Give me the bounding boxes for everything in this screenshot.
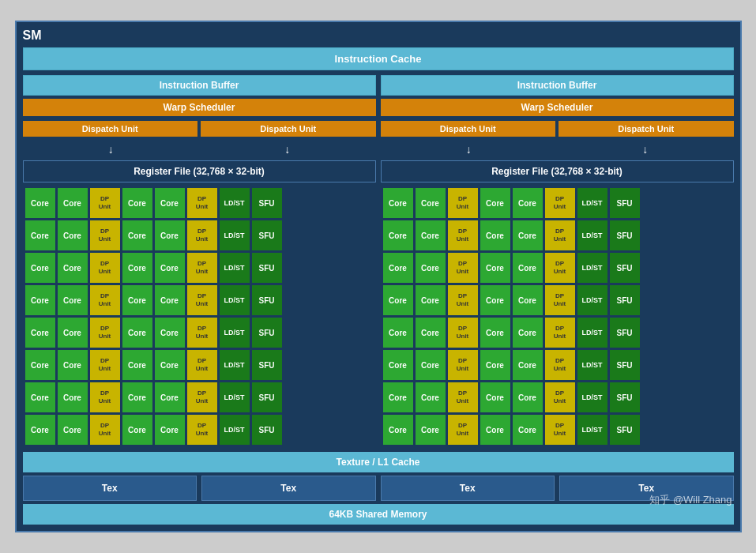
cell-ldst: LD/ST [577, 188, 607, 218]
cell-sfu: SFU [610, 318, 640, 348]
left-instruction-buffer: Instruction Buffer [23, 75, 376, 96]
cell-core: Core [58, 350, 88, 380]
cell-core: Core [383, 253, 413, 283]
texture-cache: Texture / L1 Cache [23, 452, 734, 472]
cell-core: Core [383, 382, 413, 412]
cell-dp-unit: DPUnit [90, 318, 120, 348]
cell-dp-unit: DPUnit [448, 188, 478, 218]
cell-dp-unit: DPUnit [448, 318, 478, 348]
cell-dp-unit: DPUnit [187, 220, 217, 250]
cell-core: Core [122, 318, 152, 348]
cell-dp-unit: DPUnit [90, 382, 120, 412]
right-core-row-3: Core Core DPUnit Core Core DPUnit LD/ST … [383, 253, 732, 283]
left-register-file: Register File (32,768 × 32-bit) [23, 160, 376, 182]
cell-dp-unit: DPUnit [448, 382, 478, 412]
cell-core: Core [155, 188, 185, 218]
cell-ldst: LD/ST [220, 285, 250, 315]
right-core-row-1: Core Core DPUnit Core Core DPUnit LD/ST … [383, 188, 732, 218]
right-core-row-4: Core Core DPUnit Core Core DPUnit LD/ST … [383, 285, 732, 315]
cell-ldst: LD/ST [220, 350, 250, 380]
left-arrow-2: ↓ [284, 143, 290, 156]
shared-memory: 64KB Shared Memory [23, 504, 734, 525]
cell-core: Core [513, 318, 543, 348]
left-core-row-1: Core Core DPUnit Core Core DPUnit LD/ST … [25, 188, 374, 218]
cell-core: Core [480, 415, 510, 445]
cell-core: Core [513, 253, 543, 283]
cell-ldst: LD/ST [577, 318, 607, 348]
right-core-row-2: Core Core DPUnit Core Core DPUnit LD/ST … [383, 220, 732, 250]
cell-core: Core [416, 318, 446, 348]
right-core-row-7: Core Core DPUnit Core Core DPUnit LD/ST … [383, 382, 732, 412]
cell-core: Core [513, 220, 543, 250]
cell-dp-unit: DPUnit [545, 415, 575, 445]
cell-dp-unit: DPUnit [187, 253, 217, 283]
cell-core: Core [416, 350, 446, 380]
cell-ldst: LD/ST [577, 415, 607, 445]
cell-core: Core [480, 382, 510, 412]
tex-unit-3: Tex [381, 476, 555, 501]
cell-sfu: SFU [252, 253, 282, 283]
cell-core: Core [513, 350, 543, 380]
cell-core: Core [383, 220, 413, 250]
cell-core: Core [25, 318, 55, 348]
cell-dp-unit: DPUnit [545, 382, 575, 412]
cell-ldst: LD/ST [220, 188, 250, 218]
cell-core: Core [480, 253, 510, 283]
cell-sfu: SFU [252, 188, 282, 218]
watermark: 知乎 @Will Zhang [649, 493, 732, 507]
cell-core: Core [480, 188, 510, 218]
cell-sfu: SFU [252, 350, 282, 380]
sm-container: SM Instruction Cache Instruction Buffer … [15, 21, 742, 532]
cell-dp-unit: DPUnit [90, 415, 120, 445]
cell-ldst: LD/ST [577, 220, 607, 250]
cell-core: Core [383, 188, 413, 218]
cell-dp-unit: DPUnit [545, 285, 575, 315]
right-arrow-2: ↓ [642, 143, 648, 156]
cell-core: Core [122, 253, 152, 283]
cell-dp-unit: DPUnit [545, 350, 575, 380]
cell-dp-unit: DPUnit [90, 350, 120, 380]
cell-core: Core [58, 382, 88, 412]
right-cores-grid: Core Core DPUnit Core Core DPUnit LD/ST … [381, 186, 734, 447]
right-core-row-6: Core Core DPUnit Core Core DPUnit LD/ST … [383, 350, 732, 380]
tex-unit-1: Tex [23, 476, 197, 501]
cell-sfu: SFU [610, 253, 640, 283]
right-dispatch-unit-1: Dispatch Unit [381, 121, 556, 137]
cell-core: Core [416, 415, 446, 445]
cell-core: Core [25, 382, 55, 412]
cell-core: Core [122, 415, 152, 445]
cell-core: Core [25, 188, 55, 218]
cell-core: Core [416, 220, 446, 250]
cell-dp-unit: DPUnit [90, 220, 120, 250]
cell-sfu: SFU [610, 220, 640, 250]
cell-core: Core [155, 220, 185, 250]
cell-core: Core [480, 318, 510, 348]
cell-sfu: SFU [610, 285, 640, 315]
cell-core: Core [155, 253, 185, 283]
tex-row: Tex Tex Tex Tex [23, 476, 734, 501]
right-arrows: ↓ ↓ [381, 141, 734, 157]
cell-dp-unit: DPUnit [448, 415, 478, 445]
cell-core: Core [25, 253, 55, 283]
cell-ldst: LD/ST [577, 253, 607, 283]
cell-core: Core [58, 220, 88, 250]
cell-core: Core [155, 318, 185, 348]
cell-sfu: SFU [610, 382, 640, 412]
cell-core: Core [416, 285, 446, 315]
cell-sfu: SFU [252, 318, 282, 348]
cell-core: Core [25, 285, 55, 315]
cell-core: Core [25, 415, 55, 445]
cell-dp-unit: DPUnit [90, 188, 120, 218]
left-core-row-6: Core Core DPUnit Core Core DPUnit LD/ST … [25, 350, 374, 380]
right-dispatch-row: Dispatch Unit Dispatch Unit [381, 119, 734, 138]
cell-dp-unit: DPUnit [545, 318, 575, 348]
cell-core: Core [480, 285, 510, 315]
cell-dp-unit: DPUnit [545, 253, 575, 283]
cell-core: Core [513, 188, 543, 218]
cell-dp-unit: DPUnit [448, 350, 478, 380]
left-arrow-1: ↓ [108, 143, 114, 156]
cell-sfu: SFU [252, 220, 282, 250]
cell-ldst: LD/ST [577, 285, 607, 315]
cell-core: Core [480, 350, 510, 380]
cell-core: Core [122, 220, 152, 250]
